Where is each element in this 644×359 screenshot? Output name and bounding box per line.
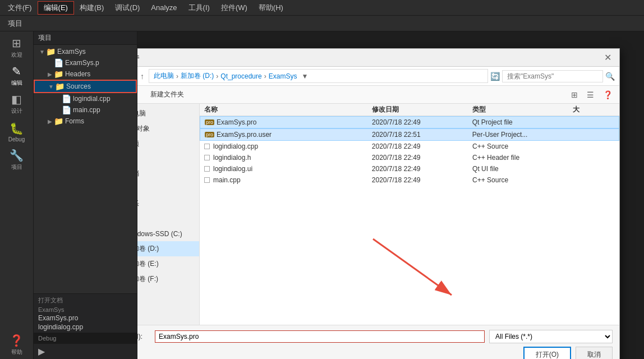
view-list-button[interactable]: ☰	[585, 89, 596, 100]
file-row-loginui[interactable]: logindialog.ui 2020/7/18 22:49 Qt UI fil…	[200, 163, 619, 174]
project-panel: 项目 ▼ 📁 ExamSys 📄 ExamSys.p ▶ 📁 Heade	[34, 31, 137, 359]
file-icon-loginui	[204, 166, 210, 172]
edit-label: 编辑	[11, 79, 22, 87]
open-docs-item-0[interactable]: ExamSys.pro	[38, 314, 132, 323]
col-date[interactable]: 修改日期	[372, 105, 472, 114]
nav-pictures[interactable]: 🖼 图片	[137, 151, 199, 166]
addr-segment-examsys[interactable]: ExamSys	[269, 72, 297, 80]
tree-arrow-headers: ▶	[46, 71, 54, 77]
nav-label-3d: 3D 对象	[137, 124, 150, 134]
tree-item-headers[interactable]: ▶ 📁 Headers	[34, 68, 137, 80]
menu-analyze[interactable]: Analyze	[145, 2, 182, 13]
design-icon: ◧	[11, 93, 22, 106]
nav-label-drive-d: 新加卷 (D:)	[137, 244, 159, 254]
nav-label-music: 音乐	[137, 199, 139, 209]
cancel-button[interactable]: 取消	[576, 347, 613, 359]
sidebar-debug[interactable]: 🐛 Debug	[3, 118, 31, 146]
folder-icon-forms: 📁	[54, 117, 63, 126]
sidebar-help[interactable]: ❓ 帮助	[3, 331, 31, 359]
play-button[interactable]: ▶	[38, 346, 45, 357]
sidebar-welcome[interactable]: ⊞ 欢迎	[3, 34, 31, 62]
left-sidebar: ⊞ 欢迎 ✎ 编辑 ◧ 设计 🐛 Debug 🔧 项目 ❓ 帮助	[0, 31, 34, 359]
nav-video[interactable]: 📹 视频	[137, 136, 199, 151]
tree-item-logindialog-cpp[interactable]: 📄 logindial.cpp	[34, 93, 137, 104]
search-button[interactable]: 🔍	[605, 72, 615, 81]
file-list-area: 名称 修改日期 类型 大 pro ExamSys.pro 2020/7/18 2…	[200, 104, 619, 325]
sidebar-project[interactable]: 🔧 项目	[3, 146, 31, 174]
nav-drive-d[interactable]: 💿 新加卷 (D:)	[137, 241, 199, 256]
nav-up-button[interactable]: ↑	[138, 71, 146, 82]
tree-label-forms: Forms	[65, 117, 84, 125]
type-logincpp: C++ Source	[472, 142, 573, 150]
filename-loginh: logindialog.h	[213, 154, 251, 162]
nav-label-windows-ssd: Windows-SSD (C:)	[137, 230, 182, 238]
search-input[interactable]	[502, 70, 603, 82]
menu-controls[interactable]: 控件(W)	[215, 2, 253, 14]
view-help-button[interactable]: ❓	[601, 89, 615, 100]
nav-docs[interactable]: 📄 文档	[137, 166, 199, 181]
menu-file[interactable]: 文件(F)	[2, 2, 38, 14]
menu-tools[interactable]: 工具(I)	[183, 2, 215, 14]
col-size[interactable]: 大	[573, 105, 615, 114]
sidebar-design[interactable]: ◧ 设计	[3, 90, 31, 118]
file-icon-main	[204, 177, 210, 183]
menu-debug[interactable]: 调试(D)	[109, 2, 145, 14]
address-path[interactable]: 此电脑 › 新加卷 (D:) › Qt_procedure › ExamSys …	[149, 69, 488, 83]
addr-segment-d[interactable]: 新加卷 (D:)	[181, 71, 214, 81]
file-icon-examsyspro: 📄	[54, 58, 63, 67]
dialog-title: 打开文件	[137, 53, 139, 63]
file-row-examsysuser[interactable]: pro ExamSys.pro.user 2020/7/18 22:51 Per…	[200, 128, 619, 141]
col-name[interactable]: 名称	[204, 105, 372, 114]
nav-label-computer: 此电脑	[137, 109, 146, 118]
folder-icon-headers: 📁	[54, 70, 63, 79]
path-dropdown-icon[interactable]: ▼	[301, 72, 308, 80]
date-loginh: 2020/7/18 22:49	[372, 154, 472, 162]
tree-item-examsys[interactable]: ▼ 📁 ExamSys	[34, 46, 137, 57]
addr-segment-computer[interactable]: 此电脑	[154, 71, 174, 81]
menu-build[interactable]: 构建(B)	[74, 2, 109, 14]
file-row-logincpp[interactable]: logindialog.cpp 2020/7/18 22:49 C++ Sour…	[200, 141, 619, 152]
sidebar-edit[interactable]: ✎ 编辑	[3, 62, 31, 90]
organize-button[interactable]: 组织 ▼	[137, 88, 141, 101]
file-icon-loginh	[204, 155, 210, 160]
file-row-examsyspro[interactable]: pro ExamSys.pro 2020/7/18 22:49 Qt Proje…	[200, 116, 619, 128]
nav-windows-ssd[interactable]: 💾 Windows-SSD (C:)	[137, 226, 199, 241]
menu-help[interactable]: 帮助(H)	[253, 2, 289, 14]
nav-3d[interactable]: 📦 3D 对象	[137, 121, 199, 136]
date-examsysuser: 2020/7/18 22:51	[372, 131, 472, 139]
col-type[interactable]: 类型	[472, 105, 573, 114]
open-button[interactable]: 打开(O)	[523, 347, 571, 359]
nav-downloads[interactable]: ⬇ 下载	[137, 181, 199, 196]
panel-header: 项目	[34, 31, 137, 45]
tree-item-forms[interactable]: ▶ 📁 Forms	[34, 116, 137, 127]
filename-input[interactable]	[155, 330, 485, 343]
tree-item-examsyspro[interactable]: 📄 ExamSys.p	[34, 57, 137, 68]
view-grid-button[interactable]: ⊞	[569, 89, 580, 100]
addr-segment-qt[interactable]: Qt_procedure	[220, 72, 261, 80]
filename-maincpp: main.cpp	[213, 176, 241, 184]
nav-label-video: 视频	[137, 139, 139, 149]
new-folder-button[interactable]: 新建文件夹	[145, 88, 189, 101]
nav-desktop[interactable]: 🖥 桌面	[137, 211, 199, 226]
date-examsyspro: 2020/7/18 22:49	[372, 118, 472, 126]
nav-computer[interactable]: 💻 此电脑	[137, 106, 199, 121]
file-icon-logincpp	[204, 144, 210, 149]
main-layout: ⊞ 欢迎 ✎ 编辑 ◧ 设计 🐛 Debug 🔧 项目 ❓ 帮助 项目	[0, 31, 644, 359]
refresh-button[interactable]: 🔄	[490, 72, 500, 81]
file-row-maincpp[interactable]: main.cpp 2020/7/18 22:49 C++ Source	[200, 174, 619, 186]
date-loginui: 2020/7/18 22:49	[372, 165, 472, 173]
nav-drive-f[interactable]: 💿 新加卷 (F:)	[137, 271, 199, 287]
tree-item-maincpp[interactable]: 📄 main.cpp	[34, 104, 137, 116]
help-icon: ❓	[10, 334, 24, 347]
filetype-select[interactable]: All Files (*.*)	[489, 330, 613, 343]
nav-drive-e[interactable]: 💿 新加卷 (E:)	[137, 256, 199, 271]
file-row-loginh[interactable]: logindialog.h 2020/7/18 22:49 C++ Header…	[200, 152, 619, 163]
tree-arrow-forms: ▶	[46, 118, 54, 125]
toolbar: 项目	[0, 16, 644, 31]
open-docs-item-1[interactable]: logindialog.cpp	[38, 323, 132, 332]
dialog-close-button[interactable]: ✕	[602, 52, 614, 63]
nav-music[interactable]: 🎵 音乐	[137, 196, 199, 211]
tree-item-sources[interactable]: ▼ 📁 Sources	[34, 80, 137, 93]
menu-edit[interactable]: 编辑(E)	[38, 1, 74, 15]
welcome-icon: ⊞	[12, 36, 21, 50]
